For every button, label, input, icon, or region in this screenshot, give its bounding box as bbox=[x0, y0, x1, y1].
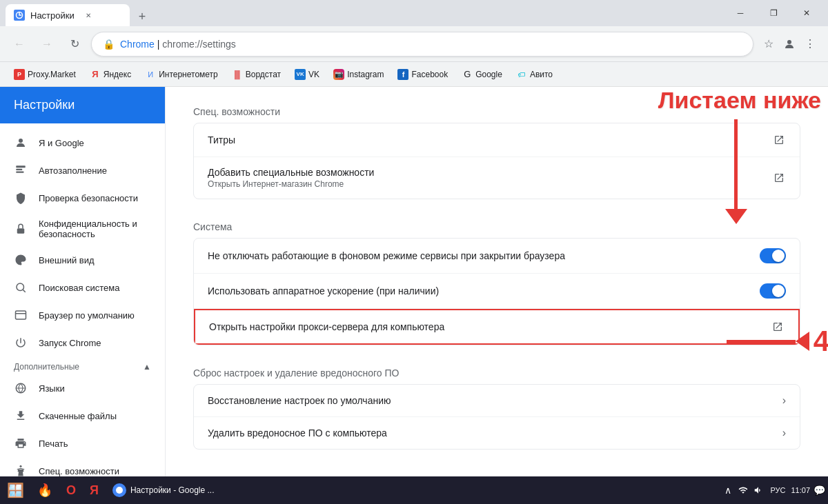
taskbar-network-icon[interactable] bbox=[737, 484, 749, 496]
browser-icon bbox=[14, 308, 28, 322]
bookmark-vk[interactable]: VK VK bbox=[289, 66, 325, 83]
chevron-up-icon: ▲ bbox=[143, 362, 151, 372]
svg-line-8 bbox=[23, 290, 25, 292]
captions-action bbox=[772, 133, 786, 147]
download-icon bbox=[14, 409, 28, 423]
section-label: Дополнительные bbox=[14, 362, 79, 372]
bookmark-label: Google bbox=[475, 70, 502, 79]
sidebar-item-default-browser[interactable]: Браузер по умолчанию bbox=[0, 301, 165, 329]
taskbar-start[interactable]: 🪟 bbox=[3, 478, 30, 503]
sidebar-label-privacy: Конфиденциальность и безопасность bbox=[39, 219, 151, 239]
bg-services-toggle[interactable] bbox=[760, 248, 786, 263]
tab-bar: Настройки ✕ + bbox=[6, 0, 724, 26]
url-path: chrome://settings bbox=[162, 39, 236, 50]
hw-accel-toggle[interactable] bbox=[760, 283, 786, 299]
taskbar-chat-icon[interactable]: 💬 bbox=[813, 484, 825, 496]
hw-accel-title: Использовать аппаратное ускорение (при н… bbox=[208, 285, 760, 296]
background-services-row[interactable]: Не отключать работающие в фоновом режиме… bbox=[194, 239, 800, 274]
bookmark-facebook[interactable]: f Facebook bbox=[392, 66, 453, 83]
add-accessibility-row[interactable]: Добавить специальные возможности Открыть… bbox=[194, 157, 800, 199]
svg-point-7 bbox=[17, 283, 24, 291]
url-brand: Chrome bbox=[120, 39, 155, 50]
palette-icon bbox=[14, 253, 28, 267]
sidebar-label-downloads: Скаченные файлы bbox=[39, 411, 117, 421]
print-icon bbox=[14, 436, 28, 450]
new-tab-btn[interactable]: + bbox=[132, 7, 152, 26]
taskbar-chrome-settings[interactable]: Настройки - Google ... bbox=[106, 478, 221, 503]
sidebar-item-accessibility[interactable]: Спец. возможности bbox=[0, 457, 165, 476]
forward-btn[interactable]: → bbox=[36, 33, 58, 55]
captions-row[interactable]: Титры bbox=[194, 123, 800, 157]
svg-rect-4 bbox=[16, 169, 22, 170]
remove-malware-row[interactable]: Удалить вредоносное ПО с компьютера › bbox=[194, 417, 800, 449]
tab-close-btn[interactable]: ✕ bbox=[83, 10, 94, 21]
back-btn[interactable]: ← bbox=[8, 33, 30, 55]
bookmark-instagram[interactable]: 📷 Instagram bbox=[328, 66, 389, 83]
sidebar-title: Настройки bbox=[14, 98, 75, 112]
svg-rect-9 bbox=[16, 311, 26, 319]
bookmark-google[interactable]: G Google bbox=[456, 66, 508, 83]
add-accessibility-subtitle: Открыть Интернет-магазин Chrome bbox=[208, 179, 772, 189]
url-bar[interactable]: 🔒 Chrome | chrome://settings bbox=[91, 32, 753, 57]
sidebar-item-search[interactable]: Поисковая система bbox=[0, 274, 165, 301]
add-accessibility-title: Добавить специальные возможности bbox=[208, 167, 772, 178]
sidebar-item-autofill[interactable]: Автозаполнение bbox=[0, 157, 165, 184]
taskbar-firefox[interactable]: 🔥 bbox=[30, 478, 59, 503]
bookmark-yandex[interactable]: Я Яндекс bbox=[84, 66, 137, 83]
bookmark-proxy-market[interactable]: P Proxy.Market bbox=[8, 66, 81, 83]
maximize-btn[interactable]: ❐ bbox=[758, 3, 789, 23]
minimize-btn[interactable]: ─ bbox=[724, 3, 756, 23]
sidebar-item-languages[interactable]: Языки bbox=[0, 374, 165, 402]
active-tab[interactable]: Настройки ✕ bbox=[6, 4, 130, 26]
bookmark-internetometer[interactable]: И Интернетометр bbox=[139, 66, 224, 83]
shield-icon bbox=[14, 191, 28, 205]
taskbar-arrow-up[interactable]: ∧ bbox=[722, 484, 734, 496]
hw-acceleration-row[interactable]: Использовать аппаратное ускорение (при н… bbox=[194, 274, 800, 309]
sidebar-label-languages: Языки bbox=[39, 383, 65, 394]
sidebar-section-extra: Дополнительные ▲ bbox=[0, 356, 165, 374]
reset-section-title: Сброс настроек и удаление вредоносного П… bbox=[193, 367, 800, 379]
remove-malware-text: Удалить вредоносное ПО с компьютера bbox=[208, 427, 782, 439]
restore-defaults-row[interactable]: Восстановление настроек по умолчанию › bbox=[194, 385, 800, 417]
taskbar-yandex[interactable]: Я bbox=[83, 478, 106, 503]
proxy-icon: P bbox=[14, 69, 25, 80]
instagram-icon: 📷 bbox=[333, 69, 344, 80]
star-btn[interactable]: ☆ bbox=[759, 34, 778, 54]
wordstat-icon: ▐▌ bbox=[232, 69, 243, 80]
restore-defaults-action: › bbox=[782, 394, 786, 407]
profile-btn[interactable] bbox=[780, 34, 799, 54]
proxy-settings-row[interactable]: Открыть настройки прокси-сервера для ком… bbox=[194, 309, 800, 345]
taskbar-opera[interactable]: O bbox=[59, 478, 83, 503]
sidebar-header: Настройки bbox=[0, 87, 165, 123]
sidebar-label-appearance: Внешний вид bbox=[39, 255, 95, 265]
refresh-btn[interactable]: ↻ bbox=[63, 33, 86, 55]
sidebar-item-privacy[interactable]: Конфиденциальность и безопасность bbox=[0, 212, 165, 246]
url-favicon: 🔒 bbox=[103, 39, 115, 50]
sidebar-item-downloads[interactable]: Скаченные файлы bbox=[0, 402, 165, 430]
bg-services-action[interactable] bbox=[760, 248, 786, 263]
sidebar-label-default-browser: Браузер по умолчанию bbox=[39, 310, 135, 321]
content-area: Настройки Я и Google Автозаполнение bbox=[0, 87, 828, 476]
google-icon: G bbox=[462, 69, 473, 80]
bookmark-avito[interactable]: 🏷 Авито bbox=[511, 66, 558, 83]
close-btn[interactable]: ✕ bbox=[791, 3, 822, 23]
menu-btn[interactable]: ⋮ bbox=[800, 34, 820, 54]
taskbar-lang: РУС bbox=[770, 486, 785, 494]
facebook-icon: f bbox=[397, 69, 408, 80]
proxy-text: Открыть настройки прокси-сервера для ком… bbox=[209, 321, 771, 332]
sidebar-item-appearance[interactable]: Внешний вид bbox=[0, 246, 165, 274]
sidebar-item-launch[interactable]: Запуск Chrome bbox=[0, 329, 165, 356]
sidebar-item-me-google[interactable]: Я и Google bbox=[0, 129, 165, 157]
sidebar-item-print[interactable]: Печать bbox=[0, 430, 165, 457]
sidebar-item-security[interactable]: Проверка безопасности bbox=[0, 184, 165, 212]
svg-point-1 bbox=[787, 40, 791, 44]
add-accessibility-action bbox=[772, 171, 786, 185]
restore-defaults-title: Восстановление настроек по умолчанию bbox=[208, 395, 782, 406]
bookmark-wordstat[interactable]: ▐▌ Вордстат bbox=[226, 66, 286, 83]
hw-accel-action[interactable] bbox=[760, 283, 786, 299]
bookmark-label: Вордстат bbox=[246, 70, 281, 79]
accessibility-icon bbox=[14, 464, 28, 476]
yandex-icon: Я bbox=[90, 69, 101, 80]
taskbar-volume-icon[interactable] bbox=[752, 484, 765, 496]
chevron-right-icon: › bbox=[782, 394, 786, 407]
